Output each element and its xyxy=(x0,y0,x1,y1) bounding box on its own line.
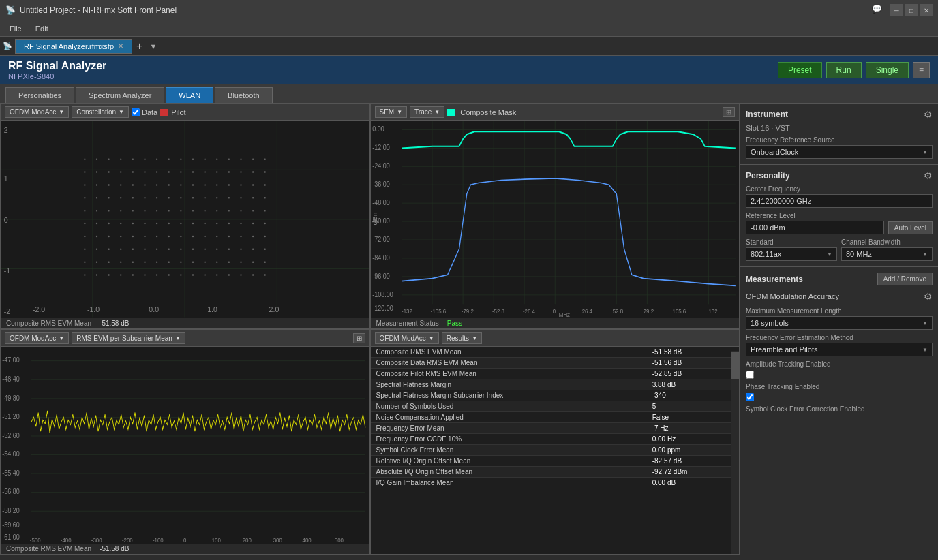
ofdm-modacc-dropdown-2[interactable]: OFDM ModAcc xyxy=(5,332,69,344)
svg-text:26.4: 26.4 xyxy=(581,307,592,315)
svg-point-174 xyxy=(240,274,241,276)
preset-button[interactable]: Preset xyxy=(778,62,822,78)
menu-file[interactable]: File xyxy=(3,23,29,34)
svg-point-156 xyxy=(216,261,217,263)
tab-wlan[interactable]: WLAN xyxy=(166,87,213,103)
svg-point-118 xyxy=(144,236,145,238)
results-dropdown[interactable]: Results xyxy=(442,332,482,344)
max-meas-dropdown[interactable]: 16 symbols xyxy=(746,316,933,330)
trace-dropdown[interactable]: Trace xyxy=(410,106,444,118)
svg-text:-2.0: -2.0 xyxy=(33,305,45,313)
svg-point-129 xyxy=(84,249,85,251)
instrument-gear-icon[interactable]: ⚙ xyxy=(924,109,933,120)
svg-point-107 xyxy=(204,223,205,225)
svg-point-28 xyxy=(216,158,217,160)
personality-section: Personality ⚙ Center Frequency Reference… xyxy=(740,165,938,267)
file-tab-close[interactable]: ✕ xyxy=(118,42,123,50)
svg-text:Subcarrier: Subcarrier xyxy=(185,542,209,544)
svg-text:-108.00: -108.00 xyxy=(372,290,393,298)
svg-point-161 xyxy=(84,274,85,276)
ofdm-gear-icon[interactable]: ⚙ xyxy=(924,291,933,302)
tab-nav-arrow[interactable]: ▼ xyxy=(147,42,160,50)
personality-gear-icon[interactable]: ⚙ xyxy=(924,170,933,181)
svg-point-24 xyxy=(168,158,170,160)
svg-point-22 xyxy=(144,158,145,160)
evm-chart-expand-btn[interactable]: ⊞ xyxy=(353,333,365,343)
instrument-info: RF Signal Analyzer NI PXIe-S840 xyxy=(8,60,106,80)
svg-point-87 xyxy=(156,210,157,212)
svg-point-60 xyxy=(216,184,217,186)
tab-personalities[interactable]: Personalities xyxy=(5,87,74,103)
svg-point-132 xyxy=(120,249,121,251)
ref-level-input[interactable] xyxy=(746,221,884,234)
constellation-panel: OFDM ModAcc Constellation Data Pilot xyxy=(0,104,370,329)
svg-point-70 xyxy=(144,197,145,199)
constellation-dropdown[interactable]: Constellation xyxy=(72,106,129,118)
standard-dropdown[interactable]: 802.11ax xyxy=(746,247,837,261)
sem-dropdown[interactable]: SEM xyxy=(375,106,408,118)
svg-point-102 xyxy=(144,223,145,225)
chat-icon[interactable]: 💬 xyxy=(872,4,882,16)
svg-point-47 xyxy=(252,171,254,173)
svg-text:-72.00: -72.00 xyxy=(372,235,390,243)
svg-point-52 xyxy=(120,184,121,186)
phase-tracking-checkbox-area xyxy=(746,393,933,401)
svg-point-55 xyxy=(156,184,157,186)
amp-tracking-checkbox[interactable] xyxy=(746,371,754,379)
results-scrollbar[interactable] xyxy=(731,351,739,555)
constellation-status-value: -51.58 dB xyxy=(100,320,129,327)
add-tab-button[interactable]: + xyxy=(132,40,147,52)
center-freq-input[interactable] xyxy=(746,194,933,208)
options-menu-button[interactable]: ≡ xyxy=(913,62,930,78)
svg-point-131 xyxy=(108,249,109,251)
tab-spectrum-analyzer[interactable]: Spectrum Analyzer xyxy=(76,87,164,103)
minimize-button[interactable]: ─ xyxy=(890,4,903,16)
chart-expand-btn[interactable]: ⊞ xyxy=(723,107,735,117)
svg-point-120 xyxy=(168,236,170,238)
maximize-button[interactable]: □ xyxy=(905,4,918,16)
auto-level-button[interactable]: Auto Level xyxy=(888,221,933,234)
svg-text:-500: -500 xyxy=(30,535,41,543)
data-checkbox[interactable] xyxy=(132,108,140,116)
freq-ref-dropdown[interactable]: OnboardClock xyxy=(746,145,933,159)
sem-content: 0.00 -12.00 -24.00 -36.00 -48.00 -60.00 … xyxy=(371,121,740,318)
ofdm-modacc-dropdown-1[interactable]: OFDM ModAcc xyxy=(5,106,69,118)
svg-point-169 xyxy=(180,274,181,276)
svg-text:dBm: dBm xyxy=(371,210,378,225)
ref-level-label: Reference Level xyxy=(746,212,933,219)
phase-tracking-checkbox[interactable] xyxy=(746,393,754,401)
results-table-container[interactable]: Composite RMS EVM Mean-51.58 dBComposite… xyxy=(371,347,740,555)
expand-chart-button[interactable]: ⊞ xyxy=(723,107,735,117)
svg-point-61 xyxy=(228,184,230,186)
svg-point-76 xyxy=(216,197,217,199)
instrument-section: Instrument ⚙ Slot 16 · VST Frequency Ref… xyxy=(740,104,938,165)
add-remove-button[interactable]: Add / Remove xyxy=(877,273,933,285)
svg-point-106 xyxy=(192,223,194,225)
file-tab-analyzer[interactable]: RF Signal Analyzer.rfmxsfp ✕ xyxy=(15,39,132,54)
run-button[interactable]: Run xyxy=(826,62,862,78)
svg-point-166 xyxy=(144,274,145,276)
tab-bluetooth[interactable]: Bluetooth xyxy=(215,87,272,103)
single-button[interactable]: Single xyxy=(866,62,909,78)
table-row: Absolute I/Q Origin Offset Mean-92.72 dB… xyxy=(371,466,740,477)
svg-point-130 xyxy=(96,249,97,251)
menu-edit[interactable]: Edit xyxy=(29,23,55,34)
svg-point-73 xyxy=(180,197,181,199)
results-scrollbar-thumb[interactable] xyxy=(731,352,739,379)
svg-point-75 xyxy=(204,197,205,199)
svg-point-80 xyxy=(264,197,266,199)
svg-point-123 xyxy=(204,236,205,238)
svg-point-38 xyxy=(144,171,145,173)
standard-col: Standard 802.11ax xyxy=(746,234,837,261)
svg-point-168 xyxy=(168,274,170,276)
channel-bw-dropdown[interactable]: 80 MHz xyxy=(841,247,933,261)
svg-point-69 xyxy=(132,197,134,199)
ofdm-modacc-dropdown-3[interactable]: OFDM ModAcc xyxy=(375,332,439,344)
rms-evm-dropdown[interactable]: RMS EVM per Subcarrier Mean xyxy=(72,332,185,344)
title-bar: 📡 Untitled Project - NI-RFmx Soft Front … xyxy=(0,0,938,20)
freq-error-method-dropdown[interactable]: Preamble and Pilots xyxy=(746,343,933,356)
close-button[interactable]: ✕ xyxy=(920,4,933,16)
instrument-slot: Slot 16 · VST xyxy=(746,124,933,132)
svg-point-170 xyxy=(192,274,194,276)
title-bar-controls: 💬 ─ □ ✕ xyxy=(872,4,933,16)
